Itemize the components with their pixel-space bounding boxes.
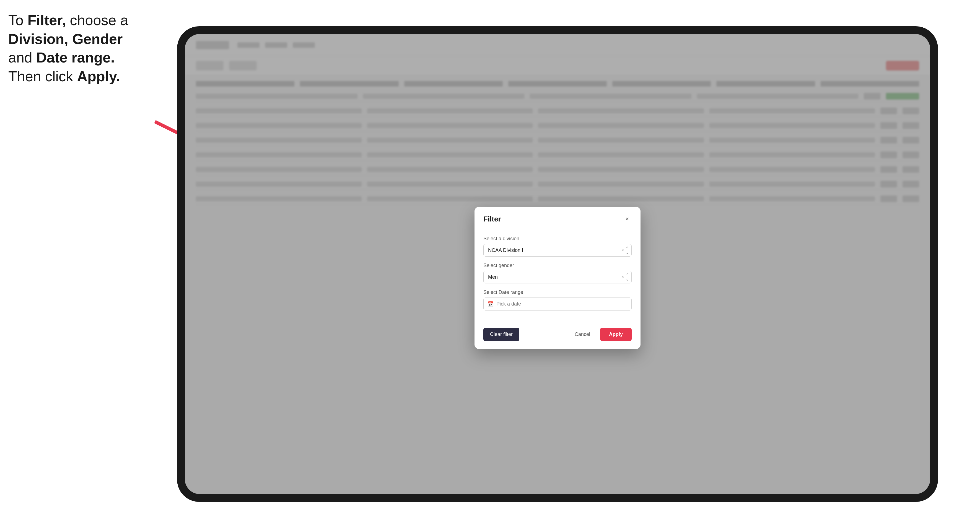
tablet-frame: Filter × Select a division NCAA Division… — [177, 26, 938, 502]
gender-clear-icon[interactable]: × — [621, 275, 624, 279]
date-range-group: Select Date range 📅 — [484, 289, 632, 311]
apply-bold: Apply. — [77, 68, 120, 84]
tablet-screen: Filter × Select a division NCAA Division… — [185, 34, 930, 494]
modal-title: Filter — [484, 215, 501, 224]
division-label: Select a division — [484, 236, 632, 242]
modal-body: Select a division NCAA Division I NCAA D… — [474, 229, 641, 323]
instruction-text: To Filter, choose a Division, Gender and… — [8, 11, 169, 86]
division-gender-bold: Division, Gender — [8, 31, 123, 47]
modal-close-button[interactable]: × — [623, 214, 632, 224]
gender-select[interactable]: Men Women — [484, 271, 632, 283]
division-clear-icon[interactable]: × — [621, 248, 624, 252]
date-range-label: Select Date range — [484, 289, 632, 295]
division-select-wrapper: NCAA Division I NCAA Division II NCAA Di… — [484, 244, 632, 257]
modal-header: Filter × — [474, 207, 641, 229]
gender-chevron-icon: ⌃⌄ — [625, 273, 629, 281]
division-chevron-icon: ⌃⌄ — [625, 246, 629, 255]
filter-bold: Filter, — [27, 12, 66, 28]
date-input-wrapper: 📅 — [484, 297, 632, 311]
clear-filter-button[interactable]: Clear filter — [484, 328, 519, 341]
gender-group: Select gender Men Women × ⌃⌄ — [484, 263, 632, 283]
date-range-bold: Date range. — [36, 49, 115, 65]
apply-button[interactable]: Apply — [600, 328, 632, 341]
division-select[interactable]: NCAA Division I NCAA Division II NCAA Di… — [484, 244, 632, 257]
modal-backdrop: Filter × Select a division NCAA Division… — [185, 34, 930, 494]
gender-select-wrapper: Men Women × ⌃⌄ — [484, 271, 632, 283]
cancel-button[interactable]: Cancel — [569, 328, 596, 341]
filter-modal: Filter × Select a division NCAA Division… — [474, 207, 641, 349]
date-range-input[interactable] — [484, 297, 632, 311]
division-group: Select a division NCAA Division I NCAA D… — [484, 236, 632, 257]
gender-label: Select gender — [484, 263, 632, 268]
calendar-icon: 📅 — [487, 301, 493, 307]
footer-right-actions: Cancel Apply — [569, 328, 632, 341]
gender-select-controls: × ⌃⌄ — [621, 273, 629, 281]
division-select-controls: × ⌃⌄ — [621, 246, 629, 255]
modal-footer: Clear filter Cancel Apply — [474, 323, 641, 349]
